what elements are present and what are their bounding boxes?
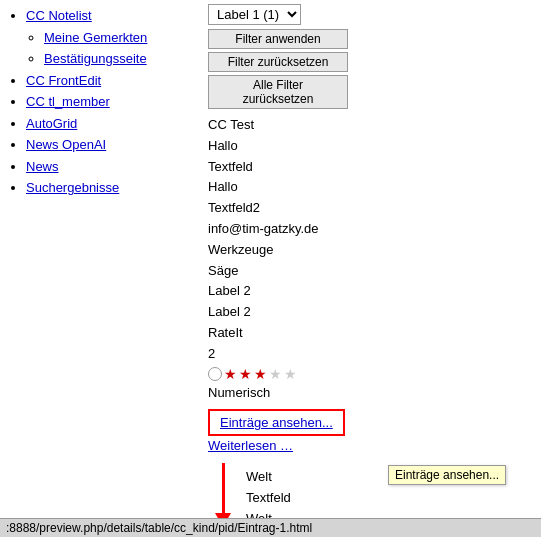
list-item: Welt xyxy=(246,467,312,488)
sidebar-item-news[interactable]: News xyxy=(26,157,192,177)
sidebar-link-autogrid[interactable]: AutoGrid xyxy=(26,116,77,131)
sidebar-link-suchergebnisse[interactable]: Suchergebnisse xyxy=(26,180,119,195)
list-item: RateIt xyxy=(208,323,533,344)
list-item: Label 2 xyxy=(208,302,533,323)
sidebar-item-news-openai[interactable]: News OpenAI xyxy=(26,135,192,155)
list-item: CC Test xyxy=(208,115,533,136)
rating-row: ★ ★ ★ ★ ★ xyxy=(208,367,533,381)
statusbar: :8888/preview.php/details/table/cc_kind/… xyxy=(0,518,541,537)
entries-link[interactable]: Einträge ansehen... xyxy=(220,415,333,430)
star-4-icon: ★ xyxy=(269,367,282,381)
list-item: info@tim-gatzky.de xyxy=(208,219,533,240)
sidebar-link-news-openai[interactable]: News OpenAI xyxy=(26,137,106,152)
list-item: Textfeld2 xyxy=(208,198,533,219)
sidebar-link-cc-frontedit[interactable]: CC FrontEdit xyxy=(26,73,101,88)
rating-circle-icon xyxy=(208,367,222,381)
list-item: Hallo xyxy=(208,136,533,157)
list-item: Label 2 xyxy=(208,281,533,302)
sidebar-item-cc-frontedit[interactable]: CC FrontEdit xyxy=(26,71,192,91)
sidebar-item-autogrid[interactable]: AutoGrid xyxy=(26,114,192,134)
entries-link-box: Einträge ansehen... xyxy=(208,409,345,436)
list-item: 2 xyxy=(208,344,533,365)
list-item: Textfeld xyxy=(208,157,533,178)
weiterlesen-row: Weiterlesen … xyxy=(208,438,533,453)
numerisch-label: Numerisch xyxy=(208,383,533,404)
sidebar: CC Notelist Meine Gemerkten Bestätigungs… xyxy=(0,0,200,537)
weiterlesen-link[interactable]: Weiterlesen … xyxy=(208,438,293,453)
sidebar-link-cc-tl-member[interactable]: CC tl_member xyxy=(26,94,110,109)
data-list: CC Test Hallo Textfeld Hallo Textfeld2 i… xyxy=(208,115,533,403)
sidebar-link-meine-gemerkten[interactable]: Meine Gemerkten xyxy=(44,30,147,45)
sidebar-item-cc-notelist[interactable]: CC Notelist Meine Gemerkten Bestätigungs… xyxy=(26,6,192,69)
filter-section: Label 1 (1) Filter anwenden Filter zurüc… xyxy=(208,4,533,109)
star-1-icon: ★ xyxy=(224,367,237,381)
sidebar-item-meine-gemerkten[interactable]: Meine Gemerkten xyxy=(44,28,192,48)
label-select[interactable]: Label 1 (1) xyxy=(208,4,301,25)
list-item: Säge xyxy=(208,261,533,282)
filter-reset-button[interactable]: Filter zurücksetzen xyxy=(208,52,348,72)
filter-reset-all-button[interactable]: Alle Filter zurücksetzen xyxy=(208,75,348,109)
star-3-icon: ★ xyxy=(254,367,267,381)
star-2-icon: ★ xyxy=(239,367,252,381)
tooltip-box: Einträge ansehen... xyxy=(388,465,506,485)
sidebar-item-cc-tl-member[interactable]: CC tl_member xyxy=(26,92,192,112)
main-content: Label 1 (1) Filter anwenden Filter zurüc… xyxy=(200,0,541,537)
label-select-row: Label 1 (1) xyxy=(208,4,533,25)
sidebar-link-news[interactable]: News xyxy=(26,159,59,174)
sidebar-item-suchergebnisse[interactable]: Suchergebnisse xyxy=(26,178,192,198)
filter-apply-button[interactable]: Filter anwenden xyxy=(208,29,348,49)
sidebar-link-cc-notelist[interactable]: CC Notelist xyxy=(26,8,92,23)
star-5-icon: ★ xyxy=(284,367,297,381)
list-item: Werkzeuge xyxy=(208,240,533,261)
list-item: Textfeld xyxy=(246,488,312,509)
sidebar-link-bestaetigungsseite[interactable]: Bestätigungsseite xyxy=(44,51,147,66)
arrow-line xyxy=(222,463,225,513)
list-item: Hallo xyxy=(208,177,533,198)
statusbar-url: :8888/preview.php/details/table/cc_kind/… xyxy=(6,521,312,535)
sidebar-item-bestaetigungsseite[interactable]: Bestätigungsseite xyxy=(44,49,192,69)
